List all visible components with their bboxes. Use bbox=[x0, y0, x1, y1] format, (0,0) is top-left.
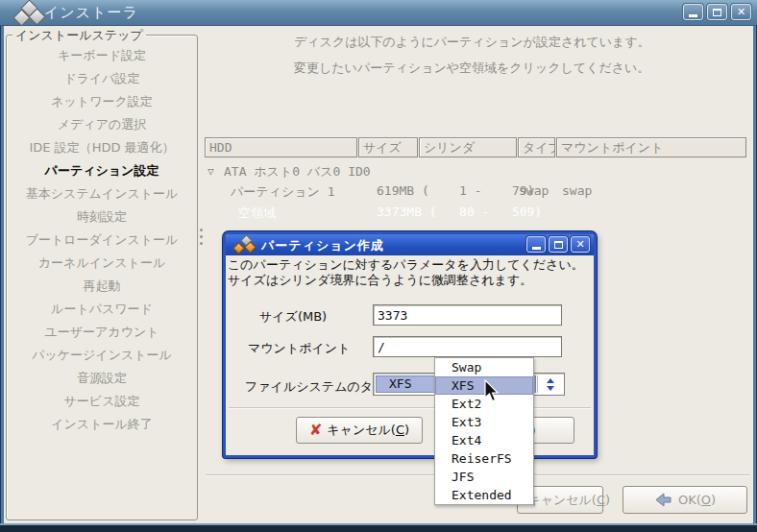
column-header-hdd[interactable]: HDD bbox=[205, 137, 357, 157]
instruction-line-2: 変更したいパーティションや空領域をクリックしてください。 bbox=[294, 60, 649, 77]
dialog-separator bbox=[229, 407, 591, 409]
partition-row-name[interactable]: パーティション 1 bbox=[231, 183, 334, 201]
tree-expander-icon[interactable]: ▽ bbox=[208, 165, 214, 178]
partition-row-size[interactable]: 619MB ( 1 - 79) bbox=[377, 183, 534, 198]
pane-splitter[interactable] bbox=[200, 229, 203, 231]
dialog-title: パーティション作成 bbox=[261, 237, 384, 254]
dialog-message-2: サイズはシリンダ境界に合うように微調整されます。 bbox=[228, 272, 532, 289]
app-logo-icon bbox=[8, 0, 40, 26]
step-driver: ドライバ設定 bbox=[7, 67, 197, 90]
dialog-maximize-button[interactable] bbox=[549, 236, 568, 253]
disk-tree-root[interactable]: ATA ホスト0 バス0 ID0 bbox=[224, 163, 371, 181]
install-steps-list: キーボード設定 ドライバ設定 ネットワーク設定 メディアの選択 IDE 設定（H… bbox=[7, 44, 197, 436]
minimize-icon bbox=[689, 14, 697, 17]
partition-row-type[interactable]: swap bbox=[519, 183, 549, 198]
dialog-titlebar[interactable]: パーティション作成 ✕ bbox=[226, 234, 594, 255]
spinner-down-icon bbox=[547, 386, 554, 391]
spinner-up-icon bbox=[547, 378, 554, 383]
step-bootloader: ブートローダインストール bbox=[7, 229, 197, 252]
partition-row-mount[interactable]: swap bbox=[562, 183, 592, 198]
partition-create-dialog: パーティション作成 ✕ このパーティションに対するパラメータを入力してください。… bbox=[223, 231, 597, 458]
dialog-close-icon: ✕ bbox=[575, 239, 584, 250]
dialog-cancel-x-icon: ✘ bbox=[309, 423, 322, 438]
step-kernel: カーネルインストール bbox=[7, 252, 197, 275]
step-clock: 時刻設定 bbox=[7, 206, 197, 229]
step-ide: IDE 設定（HDD 最適化） bbox=[7, 136, 197, 159]
free-space-row-size[interactable]: 3373MB ( 80 - 509) bbox=[377, 205, 542, 219]
step-sound: 音源設定 bbox=[7, 367, 197, 390]
install-steps-groupbox: インストールステップ キーボード設定 ドライバ設定 ネットワーク設定 メディアの… bbox=[6, 35, 198, 520]
maximize-button[interactable] bbox=[707, 4, 727, 20]
step-packages: パッケージインストール bbox=[7, 344, 197, 367]
size-field-label: サイズ(MB) bbox=[259, 308, 327, 326]
column-header-type[interactable]: タイプ bbox=[518, 137, 555, 157]
popup-item-jfs[interactable]: JFS bbox=[435, 468, 533, 486]
maximize-icon bbox=[713, 9, 721, 16]
window-bottom-edge bbox=[0, 525, 757, 532]
dialog-cancel-button[interactable]: ✘ キャンセル(C) bbox=[296, 417, 423, 444]
free-space-row-name[interactable]: 空領域 bbox=[238, 205, 276, 222]
window-titlebar[interactable]: インストーラ ✕ bbox=[0, 0, 757, 26]
dialog-close-button[interactable]: ✕ bbox=[571, 236, 590, 253]
ok-arrow-icon bbox=[654, 493, 673, 507]
size-input[interactable] bbox=[373, 304, 562, 326]
step-partition-current: パーティション設定 bbox=[7, 159, 197, 182]
popup-item-ext3[interactable]: Ext3 bbox=[435, 413, 533, 431]
installer-window: インストーラ ✕ インストールステップ キーボード設定 ドライバ設定 ネットワー… bbox=[0, 0, 757, 532]
step-finish: インストール終了 bbox=[7, 413, 197, 436]
step-services: サービス設定 bbox=[7, 390, 197, 413]
dialog-minimize-button[interactable] bbox=[526, 236, 546, 253]
step-reboot: 再起動 bbox=[7, 275, 197, 298]
step-root-password: ルートパスワード bbox=[7, 298, 197, 321]
dialog-logo-icon bbox=[230, 235, 258, 254]
popup-item-ext4[interactable]: Ext4 bbox=[435, 431, 533, 449]
mountpoint-input[interactable] bbox=[373, 336, 562, 357]
popup-item-reiserfs[interactable]: ReiserFS bbox=[435, 449, 533, 468]
step-base-system: 基本システムインストール bbox=[7, 182, 197, 206]
popup-item-extended[interactable]: Extended bbox=[435, 486, 533, 504]
column-header-size[interactable]: サイズ bbox=[358, 137, 418, 157]
close-button[interactable]: ✕ bbox=[731, 4, 751, 20]
step-network: ネットワーク設定 bbox=[7, 90, 197, 113]
popup-item-swap[interactable]: Swap bbox=[435, 358, 533, 376]
dialog-minimize-icon bbox=[532, 247, 541, 250]
instruction-line-1: ディスクは以下のようにパーティションが設定されています。 bbox=[294, 34, 650, 51]
minimize-button[interactable] bbox=[683, 4, 703, 20]
column-header-mountpoint[interactable]: マウントポイント bbox=[556, 137, 746, 157]
install-steps-legend: インストールステップ bbox=[12, 27, 146, 44]
step-user-account: ユーザーアカウント bbox=[7, 321, 197, 344]
mouse-cursor bbox=[484, 379, 501, 404]
main-ok-button[interactable]: OK(O) bbox=[623, 486, 747, 514]
fstype-spinner[interactable] bbox=[537, 375, 562, 393]
close-icon: ✕ bbox=[737, 7, 745, 17]
window-title: インストーラ bbox=[44, 4, 138, 22]
mountpoint-field-label: マウントポイント bbox=[248, 340, 350, 357]
step-media: メディアの選択 bbox=[7, 113, 197, 136]
dialog-maximize-icon bbox=[554, 241, 563, 249]
column-header-cylinder[interactable]: シリンダ bbox=[419, 137, 517, 157]
step-keyboard: キーボード設定 bbox=[7, 44, 197, 67]
